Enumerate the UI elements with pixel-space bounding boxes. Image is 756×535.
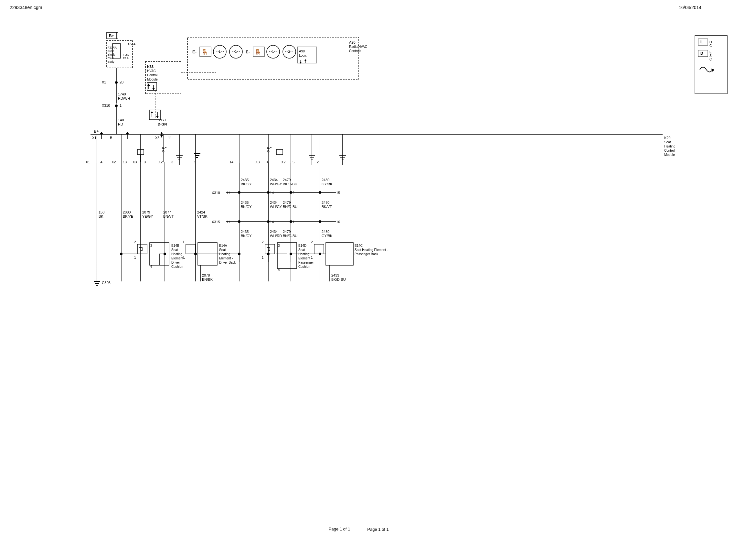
svg-text:Element -: Element - — [219, 257, 233, 260]
svg-text:BK/YE: BK/YE — [123, 214, 133, 218]
svg-text:E14D: E14D — [298, 244, 307, 247]
svg-text:K29: K29 — [664, 136, 671, 140]
svg-text:BN/D-BU: BN/D-BU — [283, 234, 297, 238]
svg-text:Body: Body — [108, 60, 114, 63]
svg-text:13: 13 — [123, 160, 127, 164]
svg-text:1740: 1740 — [118, 92, 126, 96]
svg-text:4: 4 — [278, 268, 280, 272]
svg-text:4: 4 — [150, 265, 152, 268]
svg-text:14: 14 — [270, 220, 274, 224]
svg-text:BN/D-BU: BN/D-BU — [283, 205, 297, 209]
svg-text:2433: 2433 — [331, 273, 339, 277]
svg-text:16: 16 — [336, 220, 340, 224]
svg-text:2: 2 — [134, 240, 136, 244]
svg-text:150: 150 — [98, 210, 104, 214]
svg-text:A20: A20 — [349, 41, 356, 44]
svg-text:WH/RD: WH/RD — [270, 234, 282, 238]
svg-text:15: 15 — [336, 191, 340, 195]
svg-text:2479: 2479 — [283, 201, 290, 205]
svg-text:BK/GY: BK/GY — [241, 205, 252, 209]
svg-text:Control: Control — [664, 149, 675, 152]
svg-text:BK/D-BU: BK/D-BU — [331, 277, 346, 281]
svg-text:1: 1 — [219, 50, 220, 54]
svg-text:X1: X1 — [92, 136, 96, 140]
svg-text:2: 2 — [183, 256, 185, 259]
svg-text:2434: 2434 — [270, 178, 278, 182]
svg-text:11: 11 — [226, 220, 230, 224]
svg-text:BK: BK — [98, 214, 103, 218]
svg-text:20: 20 — [120, 80, 123, 84]
svg-text:3: 3 — [171, 160, 173, 164]
svg-text:E-: E- — [192, 49, 197, 54]
svg-text:E14B: E14B — [171, 244, 179, 247]
svg-text:2424: 2424 — [197, 210, 205, 214]
svg-text:2434: 2434 — [270, 201, 278, 205]
svg-text:2: 2 — [311, 240, 313, 244]
svg-text:BK/VT: BK/VT — [322, 205, 332, 209]
svg-text:11: 11 — [168, 136, 172, 140]
svg-text:F21RA: F21RA — [108, 46, 117, 49]
svg-text:E-: E- — [246, 49, 250, 54]
svg-text:E14C: E14C — [355, 244, 363, 247]
svg-text:2: 2 — [262, 240, 264, 244]
svg-text:B+: B+ — [94, 129, 99, 134]
svg-text:GY/BK: GY/BK — [322, 182, 333, 186]
svg-text:Fuse: Fuse — [123, 53, 129, 56]
svg-text:B: B — [110, 136, 112, 140]
svg-text:14: 14 — [230, 160, 233, 164]
svg-text:BK/GY: BK/GY — [241, 234, 252, 238]
svg-text:L: L — [700, 40, 703, 44]
svg-text:1: 1 — [120, 103, 122, 107]
svg-text:X53A: X53A — [128, 42, 136, 46]
svg-text:Fuse: Fuse — [108, 49, 114, 53]
svg-text:RD: RD — [118, 122, 123, 126]
svg-text:Cushion: Cushion — [298, 265, 310, 268]
svg-text:Module: Module — [147, 78, 158, 81]
svg-text:Controls: Controls — [349, 49, 361, 53]
svg-text:2479: 2479 — [283, 178, 290, 182]
svg-text:1: 1 — [292, 220, 294, 224]
svg-text:Seat Heating Element -: Seat Heating Element - — [355, 248, 388, 252]
svg-text:2078: 2078 — [202, 273, 210, 277]
svg-text:VT/BK: VT/BK — [197, 214, 207, 218]
svg-text:Radio/HVAC: Radio/HVAC — [349, 45, 367, 48]
svg-text:G305: G305 — [102, 281, 111, 285]
svg-text:Module: Module — [664, 153, 675, 156]
svg-text:Driver: Driver — [171, 261, 180, 264]
svg-text:S: S — [710, 54, 712, 58]
svg-text:Cushion: Cushion — [171, 265, 183, 268]
svg-text:5: 5 — [292, 160, 294, 164]
svg-text:1: 1 — [311, 256, 313, 259]
svg-text:X310: X310 — [212, 191, 220, 195]
page-label: Page 1 of 1 — [367, 527, 389, 532]
svg-text:E14A: E14A — [219, 244, 227, 247]
svg-text:D: D — [700, 51, 703, 56]
svg-text:Heating: Heating — [664, 145, 675, 148]
svg-text:GY/BK: GY/BK — [322, 234, 333, 238]
svg-text:Passenger: Passenger — [298, 261, 314, 264]
svg-text:2: 2 — [235, 50, 237, 54]
svg-text:140: 140 — [118, 118, 124, 122]
svg-text:X2: X2 — [281, 160, 285, 164]
svg-text:Rear: Rear — [108, 57, 114, 60]
svg-text:BN/BK: BN/BK — [202, 277, 213, 281]
svg-text:K33: K33 — [147, 65, 153, 69]
svg-text:BK/GY: BK/GY — [241, 182, 252, 186]
wiring-diagram: 2293348en.cgm 16/04/2014 B+ X53A F21RA F… — [0, 0, 756, 535]
svg-text:Logic: Logic — [299, 54, 307, 57]
svg-point-281 — [164, 253, 166, 255]
header-left: 2293348en.cgm — [10, 5, 42, 10]
svg-text:2480: 2480 — [322, 178, 329, 182]
svg-text:Passenger Back: Passenger Back — [355, 252, 378, 256]
svg-text:Driver Back: Driver Back — [219, 261, 236, 264]
svg-text:YE/GY: YE/GY — [142, 214, 153, 218]
svg-point-285 — [290, 253, 292, 255]
svg-text:1: 1 — [262, 256, 264, 259]
svg-text:3: 3 — [144, 160, 146, 164]
svg-text:1: 1 — [134, 256, 136, 259]
svg-point-280 — [120, 253, 122, 255]
svg-text:2434: 2434 — [270, 230, 278, 234]
svg-text:WH/GY: WH/GY — [270, 182, 282, 186]
svg-text:11: 11 — [226, 191, 230, 195]
svg-text:Seat: Seat — [219, 248, 226, 252]
